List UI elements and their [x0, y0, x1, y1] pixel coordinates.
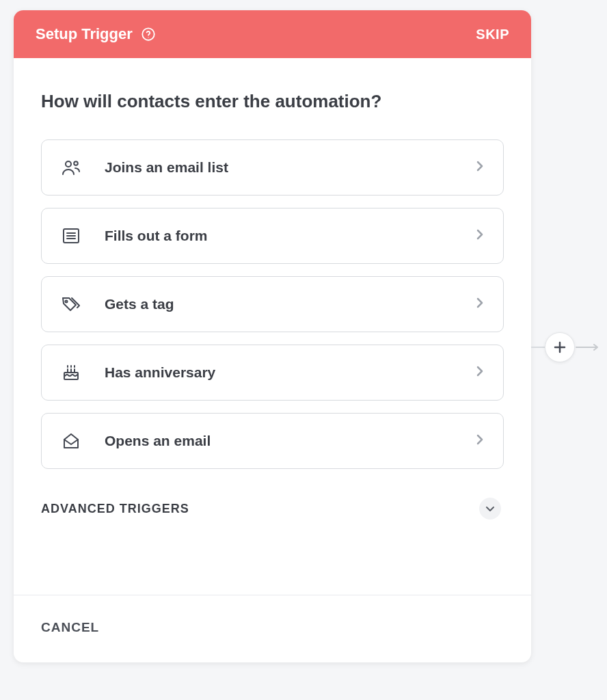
- trigger-label: Opens an email: [105, 433, 453, 449]
- advanced-triggers-toggle[interactable]: ADVANCED TRIGGERS: [41, 494, 504, 540]
- chevron-right-icon: [476, 366, 484, 379]
- card-footer: CANCEL: [14, 595, 531, 662]
- svg-point-1: [148, 37, 148, 38]
- chevron-right-icon: [476, 434, 484, 448]
- card-header-left: Setup Trigger: [36, 25, 156, 43]
- svg-point-2: [66, 161, 71, 167]
- help-icon[interactable]: [141, 27, 156, 42]
- chevron-down-icon: [479, 498, 501, 520]
- setup-trigger-card: Setup Trigger SKIP How will contacts ent…: [14, 10, 531, 662]
- skip-button[interactable]: SKIP: [476, 27, 509, 42]
- card-title: Setup Trigger: [36, 25, 133, 43]
- card-body: How will contacts enter the automation? …: [14, 58, 531, 547]
- trigger-label: Fills out a form: [105, 228, 453, 244]
- chevron-right-icon: [476, 229, 484, 243]
- trigger-label: Joins an email list: [105, 159, 453, 176]
- connector-arrow-icon: [575, 342, 602, 355]
- connector-line: [531, 347, 545, 348]
- svg-point-3: [74, 161, 78, 165]
- chevron-right-icon: [476, 297, 484, 311]
- chevron-right-icon: [476, 161, 484, 174]
- trigger-label: Gets a tag: [105, 296, 453, 312]
- advanced-triggers-label: ADVANCED TRIGGERS: [41, 502, 189, 516]
- trigger-gets-tag[interactable]: Gets a tag: [41, 276, 504, 332]
- form-icon: [61, 226, 81, 245]
- trigger-has-anniversary[interactable]: Has anniversary: [41, 345, 504, 401]
- trigger-joins-email-list[interactable]: Joins an email list: [41, 139, 504, 196]
- add-step-button[interactable]: [545, 332, 575, 362]
- tag-icon: [61, 295, 81, 314]
- trigger-list: Joins an email list Fills out a: [41, 139, 504, 469]
- svg-point-8: [66, 301, 68, 303]
- card-question: How will contacts enter the automation?: [41, 91, 504, 112]
- cake-icon: [61, 363, 81, 382]
- trigger-opens-email[interactable]: Opens an email: [41, 413, 504, 469]
- card-header: Setup Trigger SKIP: [14, 10, 531, 58]
- cancel-button[interactable]: CANCEL: [41, 620, 99, 634]
- mail-open-icon: [61, 431, 81, 450]
- trigger-fills-form[interactable]: Fills out a form: [41, 208, 504, 264]
- people-icon: [61, 158, 81, 177]
- trigger-label: Has anniversary: [105, 364, 453, 381]
